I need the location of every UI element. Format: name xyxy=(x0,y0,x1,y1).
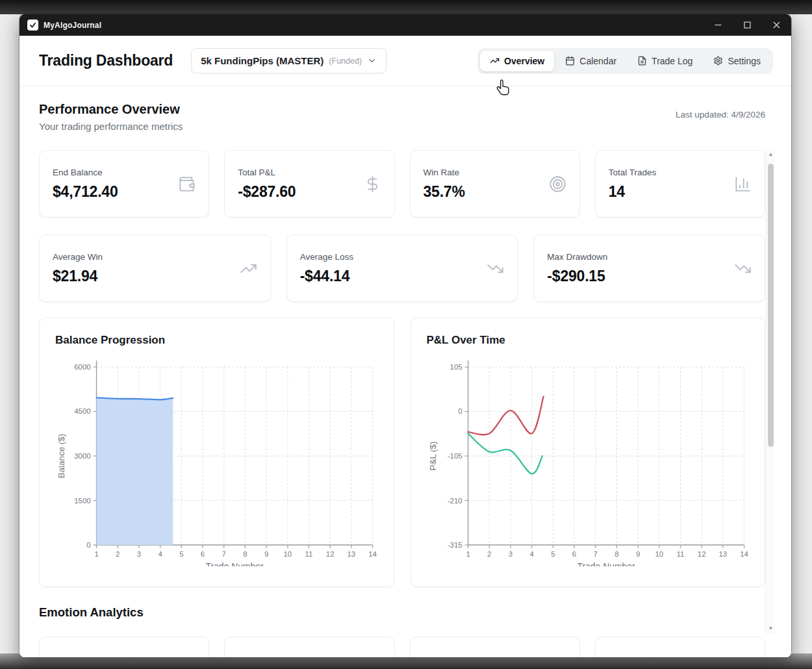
svg-text:1: 1 xyxy=(94,550,98,558)
section-head: Performance Overview Your trading perfor… xyxy=(39,102,765,132)
svg-text:12: 12 xyxy=(326,550,335,558)
svg-text:5: 5 xyxy=(551,550,555,558)
tab-overview[interactable]: Overview xyxy=(480,51,554,71)
svg-text:-315: -315 xyxy=(447,541,462,549)
trending-up-icon xyxy=(490,56,500,66)
balance-progression-chart: 015003000450060001234567891011121314Trad… xyxy=(55,352,378,566)
svg-text:6000: 6000 xyxy=(74,363,90,371)
trending-down-icon xyxy=(734,260,752,277)
svg-text:0: 0 xyxy=(458,407,462,415)
stats-row-1: End Balance $4,712.40 Total P&L -$287.60… xyxy=(39,150,765,218)
balance-progression-chart-card: Balance Progression 01500300045006000123… xyxy=(39,318,394,587)
target-icon xyxy=(549,175,566,193)
chart-title: P&L Over Time xyxy=(427,334,750,347)
pnl-over-time-chart-card: P&L Over Time 1050-105-210-3151234567891… xyxy=(411,318,766,587)
svg-text:10: 10 xyxy=(655,550,663,558)
scrollbar-down-arrow[interactable]: ▼ xyxy=(766,624,776,633)
app-title: MyAlgoJournal xyxy=(44,21,101,30)
maximize-button[interactable] xyxy=(733,14,762,36)
stat-card-total-trades: Total Trades 14 xyxy=(595,150,765,218)
tab-label: Calendar xyxy=(579,56,616,66)
emotion-analytics-title: Emotion Analytics xyxy=(39,605,765,620)
svg-text:5: 5 xyxy=(179,550,183,558)
stat-label: Win Rate xyxy=(424,168,465,177)
tabbar: Overview Calendar Trade Log Settings xyxy=(477,48,773,74)
stat-value: -$287.60 xyxy=(238,183,296,201)
header: Trading Dashboard 5k FundingPips (MASTER… xyxy=(19,36,791,86)
svg-text:-105: -105 xyxy=(447,452,462,460)
svg-text:105: 105 xyxy=(450,363,462,371)
svg-text:2: 2 xyxy=(487,550,491,558)
stat-value: 14 xyxy=(609,183,657,201)
desktop-backdrop-top xyxy=(0,0,812,14)
app-window: MyAlgoJournal Trading Dashboard 5k Fundi… xyxy=(19,14,791,657)
account-name: 5k FundingPips (MASTER) xyxy=(201,55,324,66)
gear-icon xyxy=(713,56,723,66)
chevron-down-icon xyxy=(367,56,377,66)
svg-text:3000: 3000 xyxy=(74,452,90,460)
svg-text:Balance ($): Balance ($) xyxy=(57,434,66,478)
chart-title: Balance Progression xyxy=(55,334,378,347)
last-updated: Last updated: 4/9/2026 xyxy=(676,102,765,120)
titlebar: MyAlgoJournal xyxy=(19,14,791,36)
svg-text:14: 14 xyxy=(368,550,377,558)
section-subtitle: Your trading performance metrics xyxy=(39,121,183,132)
emotion-card xyxy=(39,637,209,657)
stat-card-total-pnl: Total P&L -$287.60 xyxy=(224,150,394,218)
svg-text:Trade Number: Trade Number xyxy=(577,561,635,566)
stat-card-average-win: Average Win $21.94 xyxy=(39,234,271,302)
scrollbar[interactable]: ▲ ▼ xyxy=(765,148,775,634)
account-selector-dropdown[interactable]: 5k FundingPips (MASTER) (Funded) xyxy=(191,48,387,73)
stat-label: End Balance xyxy=(53,168,118,177)
stat-label: Average Win xyxy=(53,252,103,262)
svg-text:0: 0 xyxy=(86,541,90,549)
stat-card-win-rate: Win Rate 35.7% xyxy=(410,150,580,218)
svg-text:4500: 4500 xyxy=(74,407,90,415)
tab-calendar[interactable]: Calendar xyxy=(555,51,626,71)
minimize-button[interactable] xyxy=(704,14,733,36)
stat-label: Total P&L xyxy=(238,168,296,177)
stat-label: Total Trades xyxy=(609,168,657,177)
svg-text:1: 1 xyxy=(466,550,470,558)
stat-label: Average Loss xyxy=(300,252,353,262)
emotion-card xyxy=(595,637,765,657)
wallet-icon xyxy=(178,175,196,193)
tab-label: Trade Log xyxy=(652,56,692,66)
tab-settings[interactable]: Settings xyxy=(704,51,770,71)
svg-text:9: 9 xyxy=(635,550,639,558)
svg-text:4: 4 xyxy=(529,550,534,558)
svg-text:12: 12 xyxy=(697,550,705,558)
app-logo-icon xyxy=(27,19,38,31)
svg-text:P&L ($): P&L ($) xyxy=(427,442,437,471)
svg-text:13: 13 xyxy=(718,550,727,558)
calendar-icon xyxy=(565,56,575,66)
scrollbar-thumb[interactable] xyxy=(768,164,774,447)
tab-label: Overview xyxy=(504,56,544,66)
svg-text:11: 11 xyxy=(305,550,313,558)
svg-text:8: 8 xyxy=(243,550,247,558)
tab-trade-log[interactable]: Trade Log xyxy=(628,51,702,71)
main-content: Performance Overview Your trading perfor… xyxy=(19,86,791,657)
svg-text:1500: 1500 xyxy=(74,497,90,505)
svg-text:4: 4 xyxy=(158,550,162,558)
svg-text:2: 2 xyxy=(116,550,120,558)
page-title: Trading Dashboard xyxy=(39,52,173,69)
trending-down-icon xyxy=(487,260,504,277)
scrollbar-up-arrow[interactable]: ▲ xyxy=(766,149,776,158)
stat-value: $21.94 xyxy=(53,268,103,285)
pnl-over-time-chart: 1050-105-210-3151234567891011121314Trade… xyxy=(427,352,750,566)
svg-text:10: 10 xyxy=(283,550,292,558)
stat-card-end-balance: End Balance $4,712.40 xyxy=(39,150,209,218)
tab-label: Settings xyxy=(728,56,761,66)
file-text-icon xyxy=(637,56,647,66)
svg-text:3: 3 xyxy=(137,550,141,558)
emotion-card xyxy=(410,637,580,657)
account-funded-badge: (Funded) xyxy=(329,57,362,66)
close-button[interactable] xyxy=(762,14,791,36)
stat-value: -$44.14 xyxy=(300,268,353,285)
dollar-sign-icon xyxy=(364,175,381,193)
stats-row-2: Average Win $21.94 Average Loss -$44.14 … xyxy=(39,234,765,302)
charts-row: Balance Progression 01500300045006000123… xyxy=(39,318,765,587)
stat-value: 35.7% xyxy=(424,183,465,201)
svg-text:9: 9 xyxy=(264,550,268,558)
